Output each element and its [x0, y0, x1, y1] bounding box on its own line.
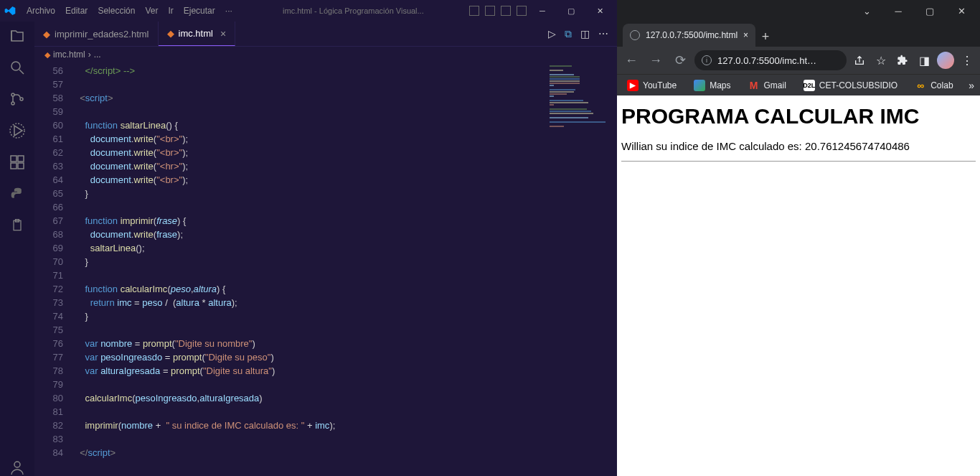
address-bar[interactable]: i 127.0.0.7:5500/imc.ht… [694, 50, 847, 70]
maximize-button[interactable]: ▢ [558, 0, 584, 22]
bookmark-item[interactable]: D2LCET-COLSUBSIDIO [799, 77, 902, 94]
window-title: imc.html - Lógica Programación Visual... [237, 6, 469, 15]
bookmark-item[interactable]: Maps [689, 77, 735, 94]
tab-label: imprimir_edades2.html [55, 29, 149, 39]
reload-button[interactable]: ⟳ [670, 50, 690, 70]
svg-point-0 [11, 62, 20, 70]
chrome-tabs: 127.0.0.7:5500/imc.html × + [617, 22, 980, 47]
more-actions-icon[interactable]: ⋯ [598, 28, 608, 39]
code-editor[interactable]: 5657585960616263646566676869707172737475… [34, 62, 617, 476]
breadcrumbs[interactable]: ◆ imc.html › ... [34, 47, 617, 62]
editor-area: ◆ imprimir_edades2.html ◆ imc.html × ▷ ⧉… [34, 22, 617, 476]
account-icon[interactable] [9, 459, 26, 476]
menu-ejecutar[interactable]: Ejecutar [179, 6, 220, 16]
svg-rect-6 [11, 163, 17, 169]
minimize-button[interactable]: ─ [529, 0, 555, 22]
close-tab-icon[interactable]: × [743, 30, 748, 40]
close-tab-icon[interactable]: × [220, 28, 226, 39]
menu-more[interactable]: ··· [220, 6, 237, 16]
split-preview-icon[interactable]: ⧉ [565, 28, 572, 40]
explorer-icon[interactable] [9, 27, 26, 45]
bookmarks-overflow-icon[interactable]: » [969, 80, 974, 91]
breadcrumb-file: imc.html [53, 50, 85, 60]
new-tab-button[interactable]: + [755, 27, 776, 47]
split-editor-icon[interactable]: ◫ [580, 28, 590, 39]
extensions-icon[interactable] [9, 154, 26, 171]
bookmarks-bar: ▶YouTubeMapsMGmailD2LCET-COLSUBSIDIO∞Col… [617, 74, 980, 95]
close-button[interactable]: ✕ [587, 0, 613, 22]
page-content: PROGRAMA CALCULAR IMC Willian su indice … [617, 95, 980, 476]
side-panel-icon[interactable]: ◨ [915, 52, 933, 69]
gmail-icon: M [748, 80, 760, 91]
layout-controls [469, 6, 527, 16]
layout-icon[interactable] [501, 6, 511, 16]
chrome-dropdown-icon[interactable]: ⌄ [851, 0, 882, 22]
menu-seleccion[interactable]: Selección [93, 6, 140, 16]
vscode-window: Archivo Editar Selección Ver Ir Ejecutar… [0, 0, 617, 476]
page-heading: PROGRAMA CALCULAR IMC [621, 104, 976, 129]
bookmark-item[interactable]: ∞Colab [910, 77, 957, 94]
menu-ver[interactable]: Ver [140, 6, 163, 16]
layout-icon[interactable] [485, 6, 495, 16]
tab-imprimir-edades[interactable]: ◆ imprimir_edades2.html [34, 22, 159, 46]
divider [621, 161, 976, 162]
minimap[interactable] [545, 62, 617, 476]
run-icon[interactable]: ▷ [548, 28, 556, 39]
chrome-tab-title: 127.0.0.7:5500/imc.html [646, 30, 738, 40]
bookmark-item[interactable]: MGmail [744, 77, 791, 94]
colab-i-icon: ∞ [915, 80, 926, 91]
bookmark-star-icon[interactable]: ☆ [872, 52, 890, 69]
site-info-icon[interactable]: i [702, 55, 712, 65]
svg-rect-5 [11, 156, 17, 162]
svg-point-3 [20, 98, 23, 101]
chrome-minimize-button[interactable]: ─ [882, 0, 914, 22]
chrome-toolbar: ← → ⟳ i 127.0.0.7:5500/imc.ht… ☆ ◨ ⋮ [617, 47, 980, 74]
profile-avatar[interactable] [937, 52, 954, 69]
chrome-window: ⌄ ─ ▢ ✕ 127.0.0.7:5500/imc.html × + ← → … [617, 0, 980, 476]
html-file-icon: ◆ [167, 28, 174, 39]
globe-icon [630, 30, 640, 40]
bookmark-label: CET-COLSUBSIDIO [819, 80, 897, 90]
share-icon[interactable] [851, 52, 868, 69]
debug-icon[interactable] [9, 122, 26, 139]
forward-button[interactable]: → [646, 50, 666, 70]
breadcrumb-sep: › [88, 50, 91, 60]
html-file-icon: ◆ [44, 50, 50, 60]
search-icon[interactable] [9, 59, 26, 76]
clipboard-icon[interactable] [9, 217, 26, 234]
tab-imc[interactable]: ◆ imc.html × [159, 22, 236, 46]
html-file-icon: ◆ [43, 29, 50, 39]
svg-point-1 [11, 93, 14, 96]
yt-icon: ▶ [627, 80, 639, 91]
tab-label: imc.html [179, 28, 213, 39]
d2l-icon: D2L [804, 80, 815, 91]
vscode-logo-icon [4, 5, 16, 17]
bookmark-label: Maps [710, 80, 730, 90]
layout-icon[interactable] [517, 6, 527, 16]
breadcrumb-more: ... [94, 50, 101, 60]
svg-rect-8 [18, 156, 24, 162]
python-icon[interactable] [9, 185, 26, 202]
menu-archivo[interactable]: Archivo [22, 6, 60, 16]
chrome-close-button[interactable]: ✕ [946, 0, 977, 22]
extensions-puzzle-icon[interactable] [894, 52, 911, 69]
editor-tabs: ◆ imprimir_edades2.html ◆ imc.html × ▷ ⧉… [34, 22, 617, 47]
menu-editar[interactable]: Editar [60, 6, 93, 16]
bookmark-label: Gmail [764, 80, 786, 90]
chrome-tab[interactable]: 127.0.0.7:5500/imc.html × [623, 24, 755, 47]
svg-rect-7 [18, 163, 24, 169]
source-control-icon[interactable] [9, 90, 26, 108]
line-gutter: 5657585960616263646566676869707172737475… [34, 62, 75, 476]
chrome-maximize-button[interactable]: ▢ [914, 0, 946, 22]
url-text: 127.0.0.7:5500/imc.ht… [717, 55, 816, 66]
layout-icon[interactable] [469, 6, 479, 16]
back-button[interactable]: ← [621, 50, 641, 70]
code-content[interactable]: </script> --> <script> function saltarLi… [75, 62, 545, 476]
activity-bar [0, 22, 34, 476]
result-text: Willian su indice de IMC calculado es: 2… [621, 140, 976, 152]
chrome-menu-icon[interactable]: ⋮ [958, 52, 976, 69]
svg-point-11 [14, 462, 20, 467]
menu-ir[interactable]: Ir [163, 6, 178, 16]
maps-icon [694, 80, 705, 91]
bookmark-item[interactable]: ▶YouTube [623, 77, 681, 94]
